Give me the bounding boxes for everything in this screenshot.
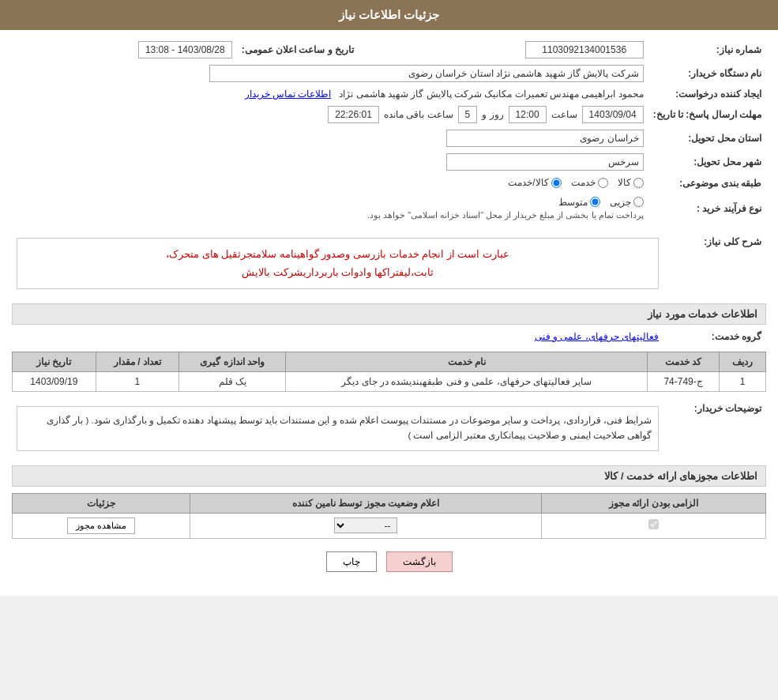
category-khedmat-radio[interactable]: [598, 178, 608, 188]
category-khedmat-item: خدمت: [571, 177, 608, 188]
purchase-radio-group: جزیی متوسط: [558, 197, 644, 208]
buyer-notes-table: توضیحات خریدار: شرایط فنی، قراردادی، پرد…: [12, 398, 766, 459]
page-wrapper: جزئیات اطلاعات نیاز شماره نیاز: 11030921…: [0, 0, 778, 596]
license-required-cell: [542, 513, 766, 538]
cell-name: سایر فعالیتهای حرفهای، علمی و فنی طبقهبن…: [286, 371, 648, 391]
province-value: خراسان رضوی: [12, 126, 648, 150]
city-value: سرخس: [12, 150, 648, 174]
purchase-jozi-item: جزیی: [610, 197, 644, 208]
cell-radif: 1: [720, 371, 766, 391]
category-radio-group: کالا خدمت کالا/خدمت: [508, 177, 643, 188]
category-kala-item: کالا: [618, 177, 644, 188]
category-kala-khedmat-radio[interactable]: [551, 178, 562, 188]
purchase-note: پرداخت تمام یا بخشی از مبلغ خریدار از مح…: [367, 210, 644, 220]
buyer-name-label: نام دستگاه خریدار:: [648, 62, 766, 85]
description-content: عبارت است از انجام خدمات بازرسی وصدور گو…: [12, 230, 663, 297]
services-header-row: ردیف کد خدمت نام خدمت واحد اندازه گیری ت…: [13, 352, 766, 371]
col-count: تعداد / مقدار: [96, 352, 179, 371]
license-status-select[interactable]: --: [334, 517, 397, 533]
buyer-notes-content: شرایط فنی، قراردادی، پرداخت و سایر موضوع…: [12, 398, 663, 459]
deadline-time-label: ساعت: [551, 109, 577, 120]
description-box: عبارت است از انجام خدمات بازرسی وصدور گو…: [17, 238, 659, 289]
province-label: استان محل تحویل:: [648, 126, 766, 150]
print-button[interactable]: چاپ: [326, 551, 377, 572]
cell-count: 1: [96, 371, 179, 391]
creator-text: محمود ابراهیمی مهندس تعمیرات مکانیک شرکت…: [339, 88, 643, 100]
deadline-remaining-label: ساعت باقی مانده: [384, 109, 453, 120]
service-group-row: گروه خدمت: فعالیتهای حرفهای، علمی و فنی: [12, 328, 766, 345]
province-row: استان محل تحویل: خراسان رضوی: [12, 126, 766, 150]
buyer-notes-label: توضیحات خریدار:: [663, 398, 766, 459]
col-name: نام خدمت: [286, 352, 648, 371]
service-group-label: گروه خدمت:: [663, 328, 766, 345]
deadline-time-row: 1403/09/04 ساعت 12:00 روز و 5 ساعت باقی …: [17, 106, 644, 123]
services-table-head: ردیف کد خدمت نام خدمت واحد اندازه گیری ت…: [13, 352, 766, 371]
category-label: طبقه بندی موضوعی:: [648, 174, 766, 194]
cell-unit: یک قلم: [179, 371, 286, 391]
license-status-cell: --: [190, 513, 542, 538]
license-required-checkbox: [648, 519, 659, 529]
description-label: شرح کلی نیاز:: [663, 230, 766, 297]
category-kala-khedmat-label: کالا/خدمت: [508, 177, 548, 188]
services-table: ردیف کد خدمت نام خدمت واحد اندازه گیری ت…: [12, 352, 766, 392]
back-button[interactable]: بازگشت: [386, 551, 453, 572]
order-number-value: 1103092134001536: [370, 38, 648, 62]
license-view-button[interactable]: مشاهده مجوز: [67, 517, 135, 534]
buyer-name-row: نام دستگاه خریدار: شرکت پالایش گاز شهید …: [12, 62, 766, 85]
city-row: شهر محل تحویل: سرخس: [12, 150, 766, 174]
col-required: الزامی بودن ارائه مجوز: [542, 493, 766, 513]
purchase-motavasset-radio[interactable]: [590, 197, 600, 207]
deadline-row: مهلت ارسال پاسخ: تا تاریخ: 1403/09/04 سا…: [12, 103, 766, 126]
category-kala-radio[interactable]: [633, 178, 644, 188]
category-kala-khedmat-item: کالا/خدمت: [508, 177, 561, 188]
col-radif: ردیف: [720, 352, 766, 371]
services-table-body: 1 ج-749-74 سایر فعالیتهای حرفهای، علمی و…: [13, 371, 766, 391]
purchase-jozi-radio[interactable]: [633, 197, 644, 207]
description-row: شرح کلی نیاز: عبارت است از انجام خدمات ب…: [12, 230, 766, 297]
purchase-jozi-label: جزیی: [610, 197, 631, 208]
purchase-type-label: نوع فرآیند خرید :: [648, 194, 766, 224]
deadline-days-display: 5: [458, 106, 478, 123]
license-header-row: الزامی بودن ارائه مجوز اعلام وضعیت مجوز …: [13, 493, 766, 513]
order-number-label: شماره نیاز:: [648, 38, 766, 62]
license-table-body: -- مشاهده مجوز: [13, 513, 766, 538]
license-table: الزامی بودن ارائه مجوز اعلام وضعیت مجوز …: [12, 493, 766, 539]
page-title: جزئیات اطلاعات نیاز: [339, 8, 439, 21]
deadline-days-label: روز و: [482, 109, 503, 120]
city-label: شهر محل تحویل:: [648, 150, 766, 174]
creator-link[interactable]: اطلاعات تماس خریدار: [245, 88, 332, 100]
deadline-value: 1403/09/04 ساعت 12:00 روز و 5 ساعت باقی …: [12, 103, 648, 126]
description-line2: ثابت،لیفتراکها وادوات باربرداریشرکت بالا…: [24, 263, 652, 281]
category-row: طبقه بندی موضوعی: کالا خدمت: [12, 174, 766, 194]
cell-date: 1403/09/19: [13, 371, 96, 391]
purchase-motavasset-label: متوسط: [558, 197, 588, 208]
license-detail-cell: مشاهده مجوز: [13, 513, 190, 538]
purchase-type-options: جزیی متوسط پرداخت تمام یا بخشی از مبلغ خ…: [12, 194, 648, 224]
col-date: تاریخ نیاز: [13, 352, 96, 371]
content-area: شماره نیاز: 1103092134001536 تاریخ و ساع…: [0, 30, 778, 596]
page-header: جزئیات اطلاعات نیاز: [0, 0, 778, 30]
purchase-type-row: نوع فرآیند خرید : جزیی متوسط پرداخت تم: [12, 194, 766, 224]
cell-code: ج-749-74: [648, 371, 720, 391]
buyer-notes-row: توضیحات خریدار: شرایط فنی، قراردادی، پرد…: [12, 398, 766, 459]
service-group-table: گروه خدمت: فعالیتهای حرفهای، علمی و فنی: [12, 328, 766, 345]
col-code: کد خدمت: [648, 352, 720, 371]
order-number-display: 1103092134001536: [525, 41, 644, 58]
creator-row: ایجاد کننده درخواست: محمود ابراهیمی مهند…: [12, 85, 766, 103]
category-kala-label: کالا: [618, 177, 631, 188]
buyer-name-display: شرکت پالایش گاز شهید هاشمی نژاد استان خر…: [209, 65, 644, 82]
category-khedmat-label: خدمت: [571, 177, 596, 188]
description-line1: عبارت است از انجام خدمات بازرسی وصدور گو…: [24, 245, 652, 263]
province-display: خراسان رضوی: [446, 130, 644, 147]
category-options: کالا خدمت کالا/خدمت: [12, 174, 648, 194]
buyer-name-value: شرکت پالایش گاز شهید هاشمی نژاد استان خر…: [12, 62, 648, 85]
col-unit: واحد اندازه گیری: [179, 352, 286, 371]
order-row: شماره نیاز: 1103092134001536 تاریخ و ساع…: [12, 38, 766, 62]
description-table: شرح کلی نیاز: عبارت است از انجام خدمات ب…: [12, 230, 766, 297]
deadline-label: مهلت ارسال پاسخ: تا تاریخ:: [648, 103, 766, 126]
col-detail: جزئیات: [13, 493, 190, 513]
col-status: اعلام وضعیت مجوز توسط نامین کننده: [190, 493, 542, 513]
footer-buttons: بازگشت چاپ: [12, 551, 766, 572]
service-group-link[interactable]: فعالیتهای حرفهای، علمی و فنی: [535, 331, 659, 342]
city-display: سرخس: [446, 153, 644, 171]
